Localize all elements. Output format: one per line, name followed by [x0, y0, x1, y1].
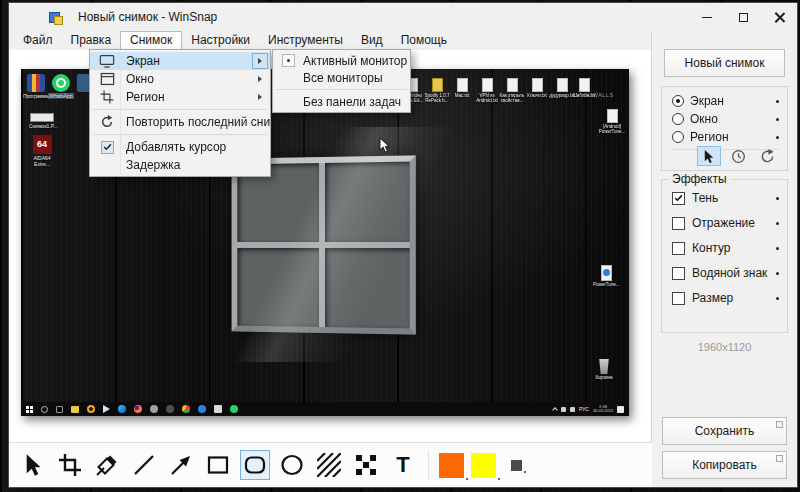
cursor-toggle-button[interactable]: [697, 146, 721, 166]
capture-dimensions: 1960x1120: [652, 341, 797, 353]
effect-watermark-checkbox[interactable]: Водяной знак: [672, 265, 779, 281]
menu-item-delay[interactable]: Задержка: [90, 156, 270, 174]
app-icon-gray: [150, 405, 158, 413]
rounded-rectangle-tool[interactable]: [240, 450, 270, 480]
tray-chevron-icon: [552, 407, 558, 413]
select-arrow-icon: [24, 453, 42, 477]
dropdown-dot-icon: [466, 478, 468, 480]
menu-item-repeat-last[interactable]: Повторить последний снимок: [90, 113, 270, 131]
menu-file[interactable]: Файл: [14, 31, 62, 50]
snapshot-file-icon: [30, 113, 54, 122]
menu-item-screen[interactable]: Экран: [90, 52, 270, 70]
window-controls: [689, 3, 797, 31]
selected-option-icon: [282, 54, 295, 67]
document-icon: [532, 78, 543, 92]
button-options-corner[interactable]: [776, 455, 783, 462]
submenu-arrow-box: [252, 53, 268, 69]
options-dot-icon[interactable]: [776, 247, 779, 250]
effect-reflection-checkbox[interactable]: Отражение: [672, 215, 779, 231]
options-dot-icon[interactable]: [776, 100, 779, 103]
submenu-arrow-icon: [258, 58, 262, 64]
stroke-width-swatch[interactable]: [511, 460, 522, 471]
mode-region-radio[interactable]: Регион: [672, 129, 779, 145]
window-icon: [95, 72, 119, 86]
firefox-icon: [134, 405, 142, 413]
text-tool[interactable]: T: [388, 450, 418, 480]
crop-icon: [58, 453, 82, 477]
menu-view[interactable]: Вид: [352, 31, 392, 50]
line-tool[interactable]: [129, 450, 159, 480]
cursor-icon: [703, 149, 715, 164]
screen-submenu: Активный монитор Все мониторы Без панели…: [272, 49, 411, 113]
effect-size-checkbox[interactable]: Размер: [672, 290, 779, 306]
show-desktop-icon: [617, 406, 624, 413]
options-dot-icon[interactable]: [776, 222, 779, 225]
desktop-doc: Mac.txt: [449, 78, 475, 98]
arrow-tool[interactable]: [166, 450, 196, 480]
recycle-bin-icon: [598, 359, 610, 374]
minimize-button[interactable]: [689, 3, 725, 31]
checked-checkbox-icon: [672, 192, 685, 205]
folder-icon: [432, 78, 443, 92]
close-button[interactable]: [761, 3, 797, 31]
minimize-icon: [702, 17, 712, 18]
crop-tool[interactable]: [55, 450, 85, 480]
menu-tools[interactable]: Инструменты: [259, 31, 352, 50]
copy-button[interactable]: Копировать: [662, 451, 787, 479]
menu-snapshot[interactable]: Снимок: [120, 31, 182, 50]
options-dot-icon[interactable]: [776, 297, 779, 300]
button-options-corner[interactable]: [776, 421, 783, 428]
options-dot-icon[interactable]: [776, 272, 779, 275]
timer-button[interactable]: [726, 146, 750, 166]
submenu-item-no-taskbar[interactable]: Без панели задач: [273, 93, 410, 110]
rectangle-tool[interactable]: [203, 450, 233, 480]
menu-item-window[interactable]: Окно: [90, 70, 270, 88]
snapshot-menu: Экран Окно Регион Повторить последний сн…: [89, 49, 271, 177]
rounded-rectangle-icon: [243, 453, 267, 477]
hatch-tool[interactable]: [314, 450, 344, 480]
dropdown-dot-icon: [524, 471, 526, 473]
menu-item-add-cursor[interactable]: Добавлять курсор: [90, 138, 270, 156]
effect-shadow-checkbox[interactable]: Тень: [672, 190, 779, 206]
mode-window-radio[interactable]: Окно: [672, 111, 779, 127]
ellipse-tool[interactable]: [277, 450, 307, 480]
fill-color-swatch[interactable]: [439, 453, 464, 478]
menu-help[interactable]: Помощь: [392, 31, 456, 50]
desktop-icon-programs: Программы: [23, 74, 49, 99]
menu-settings[interactable]: Настройки: [182, 31, 259, 50]
repeat-button[interactable]: [755, 146, 779, 166]
menu-separator: [276, 89, 407, 90]
start-button-icon: [26, 406, 33, 413]
toolbar-separator: [428, 450, 429, 480]
clock-icon: [731, 149, 746, 164]
submenu-item-all-monitors[interactable]: Все мониторы: [273, 69, 410, 86]
app-icon-blue: [198, 405, 206, 413]
checkbox-icon: [672, 242, 685, 255]
pen-tool[interactable]: [92, 450, 122, 480]
effects-title: Эффекты: [668, 172, 731, 186]
captured-taskbar: РУС 2:08 30.03.2023: [21, 402, 629, 416]
maximize-icon: [739, 13, 748, 22]
checkbox-icon: [672, 267, 685, 280]
desktop-icon-aida64: 64 AIDA64 Extre...: [29, 135, 55, 167]
options-dot-icon[interactable]: [776, 136, 779, 139]
file-explorer-icon: [71, 406, 79, 413]
menu-edit[interactable]: Правка: [62, 31, 121, 50]
new-snapshot-button[interactable]: Новый снимок: [664, 49, 785, 77]
save-button[interactable]: Сохранить: [662, 417, 787, 445]
maximize-button[interactable]: [725, 3, 761, 31]
select-tool[interactable]: [18, 450, 48, 480]
mode-screen-radio[interactable]: Экран: [672, 93, 779, 109]
options-dot-icon[interactable]: [776, 118, 779, 121]
menu-item-region[interactable]: Регион: [90, 88, 270, 106]
options-dot-icon[interactable]: [776, 197, 779, 200]
document-icon: [507, 78, 518, 92]
submenu-item-active-monitor[interactable]: Активный монитор: [273, 52, 410, 69]
pen-icon: [95, 453, 119, 477]
pixelate-tool[interactable]: [351, 450, 381, 480]
highlight-color-swatch[interactable]: [471, 453, 496, 478]
arrow-icon: [169, 453, 193, 477]
effect-outline-checkbox[interactable]: Контур: [672, 240, 779, 256]
windows-logo-wallpaper: [232, 155, 416, 334]
desktop-doc: Spotify 1.0.7 RePack b...: [424, 78, 450, 104]
